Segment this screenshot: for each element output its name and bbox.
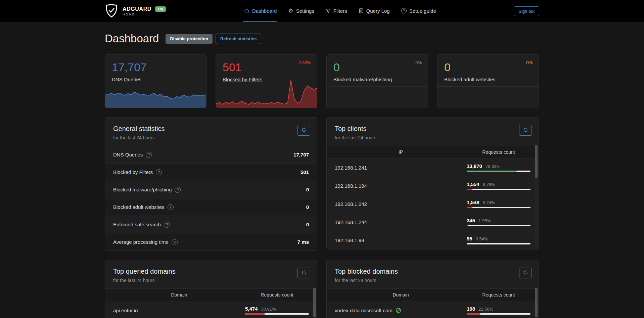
request-count: 345: [467, 218, 475, 223]
domain-row: vortex.data.microsoft.com10821.56%: [327, 301, 539, 318]
nav-item-settings[interactable]: ⚙Settings: [287, 0, 315, 22]
progress-bar: [245, 313, 309, 315]
general-stat-row: Blocked malware/phishing?0: [105, 181, 317, 198]
stat-card-label-link[interactable]: Blocked by Filters: [223, 77, 317, 82]
column-header-requests-count: Requests count: [467, 149, 531, 155]
blocked-icon: [396, 308, 401, 313]
scrollbar-track[interactable]: [313, 288, 316, 318]
brand-sub: HOME: [123, 13, 166, 16]
help-icon[interactable]: ?: [172, 239, 178, 245]
request-percent: 78.33%: [486, 164, 500, 169]
scrollbar-track[interactable]: [535, 288, 538, 318]
dashboard-icon: [244, 8, 249, 14]
client-ip[interactable]: 192.168.1.244: [335, 219, 467, 225]
scrollbar-track[interactable]: [535, 145, 538, 246]
general-stat-row: Average processing time?7 ms: [105, 233, 317, 251]
refresh-icon: [302, 270, 307, 276]
domain-name[interactable]: vortex.data.microsoft.com: [335, 308, 467, 313]
stat-card-dns-queries: 17,707 DNS Queries: [105, 54, 206, 108]
refresh-card-button[interactable]: [519, 268, 532, 278]
stat-row-label: Blocked adult websites: [113, 204, 165, 210]
stat-card-label: Blocked malware/phishing: [333, 77, 428, 82]
card-subtitle: for the last 24 hours: [113, 278, 309, 283]
request-percent: 21.56%: [478, 307, 493, 312]
sign-out-button[interactable]: Sign out: [514, 6, 539, 16]
request-percent: 0.54%: [476, 236, 488, 241]
top-queried-domains-card: Top queried domains for the last 24 hour…: [105, 260, 317, 318]
progress-bar-fill: [467, 313, 480, 315]
stat-card-value: 501: [223, 61, 317, 74]
refresh-icon: [523, 270, 528, 276]
client-ip[interactable]: 192.168.1.241: [335, 165, 467, 171]
refresh-card-button[interactable]: [519, 125, 532, 136]
stat-row-label: Blocked malware/phishing: [113, 187, 172, 192]
general-stat-row: Blocked by Filters?501: [105, 163, 317, 181]
refresh-statistics-button[interactable]: Refresh statistics: [216, 34, 261, 44]
dashboard-page: Dashboard Disable protection Refresh sta…: [105, 32, 539, 318]
card-subtitle: for the last 24 hours: [113, 135, 309, 140]
stat-card-blocked-adult: 0% 0 Blocked adult websites: [437, 54, 539, 108]
cards-row-domains: Top queried domains for the last 24 hour…: [105, 260, 539, 318]
progress-bar: [467, 313, 531, 315]
client-row: 192.168.1.98950.54%: [327, 231, 539, 249]
stat-card-blocked-by-filters: 2.83% 501 Blocked by Filters: [216, 54, 317, 108]
domain-row: api.entur.io5,47430.91%: [105, 301, 317, 318]
column-header-requests-count: Requests count: [245, 292, 309, 298]
nav-item-query-log[interactable]: Query Log: [358, 0, 390, 22]
help-icon[interactable]: ?: [175, 187, 181, 193]
progress-bar: [467, 189, 531, 190]
column-header-domain: Domain: [113, 292, 245, 298]
table-header: Domain Requests count: [105, 288, 317, 301]
progress-bar-fill: [245, 313, 265, 315]
requests-count-cell: 3451.95%: [467, 218, 531, 226]
help-icon[interactable]: ?: [164, 222, 170, 228]
progress-bar: [467, 207, 531, 208]
stat-row-value: 0: [306, 187, 309, 192]
help-icon[interactable]: ?: [168, 204, 174, 210]
progress-bar: [467, 243, 531, 244]
help-icon[interactable]: ?: [156, 169, 162, 175]
nav-item-setup-guide[interactable]: ?Setup guide: [401, 0, 437, 22]
query-log-icon: [359, 8, 364, 13]
stat-card-label: DNS Queries: [112, 77, 206, 82]
progress-bar-fill: [467, 243, 467, 244]
column-header-requests-count: Requests count: [467, 292, 531, 298]
nav-item-dashboard[interactable]: Dashboard: [243, 0, 277, 22]
domain-name[interactable]: api.entur.io: [113, 308, 245, 313]
request-count: 108: [467, 306, 475, 312]
request-count: 13,870: [467, 163, 482, 169]
client-ip[interactable]: 192.168.1.98: [335, 237, 467, 243]
adguard-logo-icon: [105, 3, 118, 19]
progress-bar-fill: [467, 171, 517, 172]
stat-row-label: DNS Queries: [113, 152, 143, 157]
stat-card-value: 0: [333, 61, 428, 74]
cards-row-statistics: General statistics for the last 24 hours…: [105, 117, 539, 251]
filter-icon: [326, 8, 331, 13]
scrollbar-thumb[interactable]: [313, 288, 316, 317]
client-row: 192.168.1.2421,5488.74%: [327, 195, 539, 213]
scrollbar-thumb[interactable]: [535, 288, 538, 317]
disable-protection-button[interactable]: Disable protection: [166, 34, 212, 44]
scrollbar-thumb[interactable]: [535, 145, 538, 178]
stat-row-label: Enforced safe search: [113, 222, 161, 227]
card-title: Top clients: [335, 125, 531, 133]
client-ip[interactable]: 192.168.1.194: [335, 183, 467, 189]
refresh-card-button[interactable]: [297, 268, 310, 278]
brand[interactable]: ADGUARD ON HOME: [105, 3, 166, 19]
nav-item-filters[interactable]: Filters: [325, 0, 348, 22]
stat-card-label: Blocked adult websites: [444, 77, 539, 82]
request-count: 1,548: [467, 199, 479, 205]
help-icon: ?: [401, 8, 407, 13]
brand-name: ADGUARD: [123, 6, 151, 12]
help-icon[interactable]: ?: [146, 152, 152, 158]
stat-row-label: Blocked by Filters: [113, 169, 153, 175]
card-subtitle: for the last 24 hours: [335, 278, 531, 283]
stat-card-blocked-malware: 0% 0 Blocked malware/phishing: [326, 54, 428, 108]
protection-status-badge: ON: [155, 6, 166, 12]
client-row: 192.168.1.2443451.95%: [327, 213, 539, 231]
refresh-card-button[interactable]: [297, 125, 310, 136]
progress-bar-fill: [467, 225, 468, 226]
client-row: 192.168.1.24113,87078.33%: [327, 158, 539, 177]
progress-bar-fill: [467, 207, 472, 208]
client-ip[interactable]: 192.168.1.242: [335, 201, 467, 207]
